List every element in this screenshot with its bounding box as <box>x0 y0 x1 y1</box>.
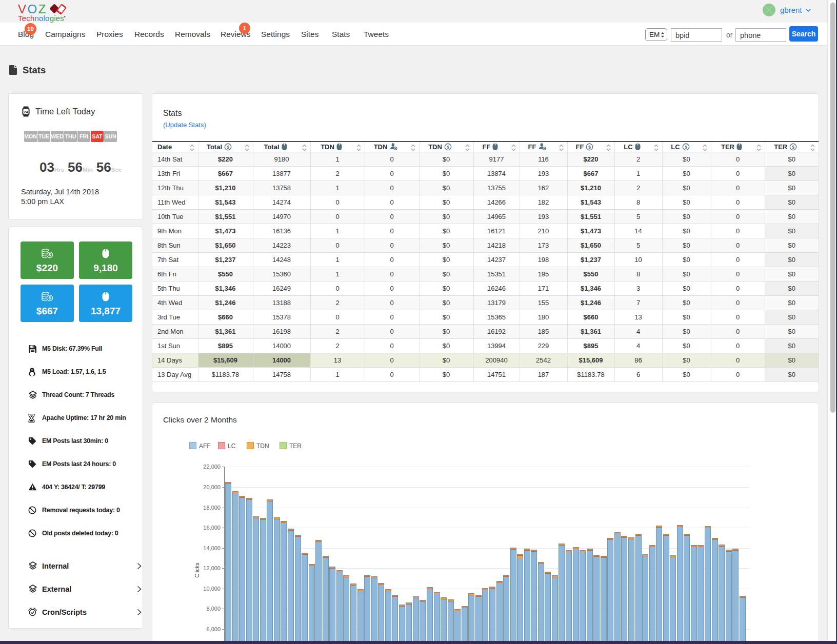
svg-text:$: $ <box>447 144 449 149</box>
svg-text:$: $ <box>685 144 687 149</box>
svg-text:$: $ <box>48 295 51 300</box>
svg-text:$: $ <box>792 144 794 149</box>
svg-text:24: 24 <box>24 110 28 114</box>
svg-text:$: $ <box>227 144 229 149</box>
svg-text:$: $ <box>588 144 591 149</box>
svg-text:$: $ <box>48 252 51 257</box>
